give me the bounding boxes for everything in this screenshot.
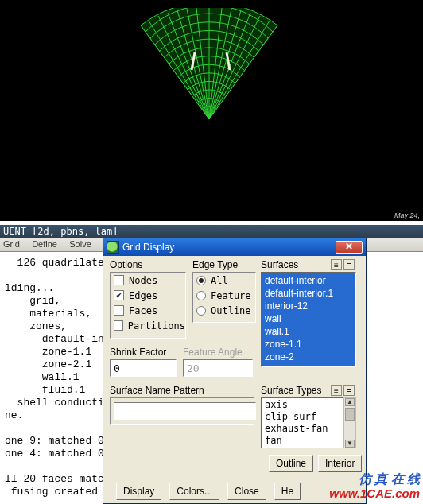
viewport-date: May 24, — [394, 211, 420, 219]
scroll-thumb[interactable] — [345, 408, 355, 421]
edge-type-group: All Feature Outline — [192, 272, 256, 323]
display-button[interactable]: Display — [116, 483, 161, 500]
list-item[interactable]: interior-12 — [265, 300, 352, 312]
list-item[interactable]: fan — [265, 435, 352, 447]
list-item[interactable]: axis — [265, 399, 352, 411]
stypes-select-all-icon[interactable]: ≡ — [331, 385, 342, 396]
list-item[interactable]: zone-1.1 — [265, 338, 352, 351]
menu-grid[interactable]: Grid — [0, 238, 26, 249]
checkbox-nodes[interactable] — [114, 275, 124, 285]
radio-all[interactable] — [196, 276, 206, 285]
surfaces-listbox[interactable]: default-interior default-interior.1 inte… — [261, 272, 356, 367]
mesh-grid-icon — [115, 8, 303, 126]
feature-angle-label: Feature Angle — [183, 347, 243, 358]
list-item[interactable]: exhaust-fan — [265, 423, 352, 435]
dialog-titlebar[interactable]: Grid Display ✕ — [103, 238, 366, 256]
list-item[interactable]: zone-2 — [265, 351, 352, 363]
radio-all-label: All — [211, 275, 228, 286]
render-viewport[interactable]: May 24, — [0, 0, 423, 221]
edge-type-label: Edge Type — [192, 259, 238, 270]
checkbox-edges[interactable]: ✔ — [114, 290, 124, 300]
close-button[interactable]: Close — [227, 483, 266, 500]
stypes-deselect-icon[interactable]: = — [343, 385, 355, 396]
list-item[interactable]: default-interior.1 — [265, 287, 352, 300]
surface-name-pattern-input[interactable] — [114, 402, 256, 420]
grid-display-dialog: Grid Display ✕ Options Nodes ✔Edges Face… — [103, 238, 367, 504]
interior-button[interactable]: Interior — [318, 455, 362, 472]
options-label: Options — [110, 259, 142, 270]
list-item[interactable]: default-interior — [265, 274, 352, 287]
watermark: 仿 真 在 线 www.1CAE.com — [329, 472, 420, 501]
surface-types-listbox[interactable]: axis clip-surf exhaust-fan fan — [261, 397, 356, 448]
opt-edges: Edges — [129, 290, 157, 301]
dialog-title: Grid Display — [122, 242, 174, 253]
feature-angle-input — [183, 359, 253, 377]
watermark-line1: 仿 真 在 线 — [329, 472, 420, 487]
close-icon[interactable]: ✕ — [336, 241, 363, 254]
list-item[interactable]: wall.1 — [265, 325, 352, 338]
checkbox-partitions[interactable] — [114, 320, 123, 331]
scroll-up-icon[interactable]: ▲ — [345, 398, 355, 406]
surface-types-label: Surface Types — [261, 385, 322, 396]
menu-define[interactable]: Define — [29, 238, 64, 249]
surface-types-scrollbar[interactable]: ▲ ▼ — [343, 397, 356, 448]
app-title: UENT [2d, pbns, lam] — [0, 225, 423, 238]
radio-outline[interactable] — [196, 306, 206, 316]
radio-feature[interactable] — [196, 291, 206, 300]
watermark-line2: www.1CAE.com — [329, 487, 420, 501]
shrink-factor-label: Shrink Factor — [110, 347, 166, 358]
checkbox-faces[interactable] — [114, 305, 124, 316]
opt-partitions: Partitions — [128, 320, 185, 331]
opt-nodes: Nodes — [129, 275, 157, 286]
colors-button[interactable]: Colors... — [169, 483, 219, 500]
opt-faces: Faces — [129, 305, 157, 316]
surfaces-deselect-icon[interactable]: = — [343, 259, 355, 270]
list-item[interactable]: clip-surf — [265, 411, 352, 423]
app-icon — [107, 241, 119, 254]
surfaces-select-all-icon[interactable]: ≡ — [331, 259, 342, 270]
surface-name-pattern-label: Surface Name Pattern — [110, 385, 204, 396]
options-group: Nodes ✔Edges Faces Partitions — [110, 272, 186, 339]
menu-solve[interactable]: Solve — [66, 238, 98, 249]
surfaces-label: Surfaces — [261, 259, 298, 270]
shrink-factor-input[interactable] — [110, 359, 177, 377]
radio-feature-label: Feature — [211, 290, 251, 301]
outline-button[interactable]: Outline — [269, 455, 313, 472]
help-button[interactable]: He — [274, 483, 301, 500]
surface-name-pattern-group: Match — [110, 397, 254, 425]
scroll-down-icon[interactable]: ▼ — [345, 440, 355, 448]
radio-outline-label: Outline — [211, 305, 251, 316]
list-item[interactable]: wall — [265, 312, 352, 325]
